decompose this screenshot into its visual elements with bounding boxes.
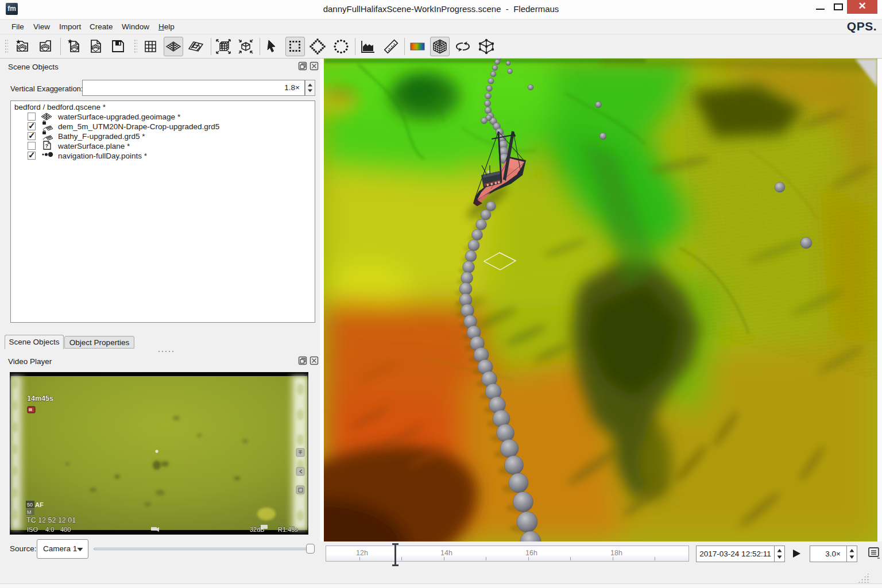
svg-text:?: ? (45, 143, 49, 149)
svg-text:TC 12:52:12:01: TC 12:52:12:01 (26, 516, 76, 524)
svg-text:ISO: ISO (27, 526, 38, 533)
svg-text:400: 400 (60, 526, 71, 533)
svg-text:M: M (27, 509, 32, 515)
svg-text:R1:45s: R1:45s (278, 526, 298, 533)
svg-text:50: 50 (27, 502, 33, 508)
svg-text:AF: AF (35, 501, 44, 508)
svg-text:4.0: 4.0 (45, 526, 54, 533)
svg-text:14m45s: 14m45s (27, 394, 53, 403)
